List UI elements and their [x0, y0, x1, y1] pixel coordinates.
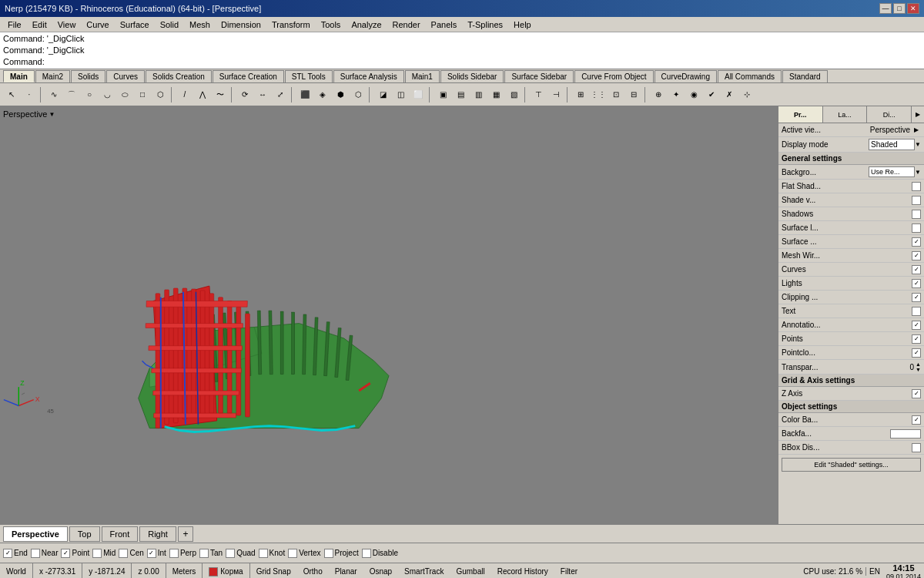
snap-vertex-checkbox[interactable] [288, 549, 297, 558]
view-tab-front[interactable]: Front [102, 526, 139, 542]
toolbar-tab-curve-from-object[interactable]: Curve From Object [574, 70, 653, 82]
menu-item-dimension[interactable]: Dimension [216, 18, 266, 31]
bbox-checkbox[interactable] [912, 443, 921, 452]
view-tool-5[interactable]: ✗ [721, 86, 738, 103]
smarttrack-button[interactable]: SmartTrack [398, 563, 450, 578]
menu-item-render[interactable]: Render [388, 18, 425, 31]
viewport-container[interactable]: Perspective ▼ [0, 106, 778, 524]
osnap-button[interactable]: Osnap [363, 563, 398, 578]
menu-item-help[interactable]: Help [509, 18, 536, 31]
snap-end-checkbox[interactable]: ✓ [3, 549, 12, 558]
snap-tool-1[interactable]: ⋮⋮ [590, 86, 607, 103]
freeform-tool[interactable]: 〜 [212, 86, 229, 103]
shade-vertex-checkbox[interactable] [912, 196, 921, 205]
mesh-tool-2[interactable]: ◈ [314, 86, 331, 103]
filter-button[interactable]: Filter [554, 563, 584, 578]
menu-item-analyze[interactable]: Analyze [346, 18, 386, 31]
toolbar-tab-curvedrawing[interactable]: CurveDrawing [654, 70, 717, 82]
background-dropdown[interactable]: Use Re... [869, 166, 915, 177]
rp-tab-properties[interactable]: Pr... [778, 106, 823, 123]
text-checkbox[interactable] [912, 307, 921, 316]
maximize-button[interactable]: □ [893, 3, 906, 14]
snap-project-checkbox[interactable] [324, 549, 333, 558]
surface-checkbox[interactable]: ✓ [912, 237, 921, 247]
viewport-label[interactable]: Perspective ▼ [3, 109, 55, 119]
transform-tool-2[interactable]: ↔ [254, 86, 271, 103]
transform-tool-3[interactable]: ⤢ [272, 86, 289, 103]
menu-item-transform[interactable]: Transform [267, 18, 315, 31]
annotations-checkbox[interactable]: ✓ [912, 321, 921, 330]
active-view-scroll[interactable]: ▶ [912, 126, 921, 133]
toolbar-tab-solids-creation[interactable]: Solids Creation [146, 70, 212, 82]
view-tab-top[interactable]: Top [69, 526, 100, 542]
ortho-button[interactable]: Ortho [297, 563, 329, 578]
record-history-button[interactable]: Record History [491, 563, 554, 578]
planar-button[interactable]: Planar [329, 563, 363, 578]
snap-mid-checkbox[interactable] [92, 549, 102, 558]
mesh-tool-4[interactable]: ⬡ [350, 86, 367, 103]
lights-checkbox[interactable]: ✓ [912, 279, 921, 288]
poly-tool[interactable]: ⬡ [152, 86, 169, 103]
toolbar-tab-surface-analysis[interactable]: Surface Analysis [333, 70, 404, 82]
view-tab-perspective[interactable]: Perspective [3, 526, 68, 542]
view-tool-3[interactable]: ◉ [685, 86, 702, 103]
toolbar-tab-stl-tools[interactable]: STL Tools [285, 70, 333, 82]
points-checkbox[interactable]: ✓ [912, 334, 921, 344]
menu-item-tools[interactable]: Tools [316, 18, 346, 31]
solid-tool-5[interactable]: ▧ [505, 86, 522, 103]
toolbar-tab-main2[interactable]: Main2 [35, 70, 70, 82]
clipping-checkbox[interactable]: ✓ [912, 293, 921, 302]
grid-tool[interactable]: ⊞ [572, 86, 589, 103]
minimize-button[interactable]: — [879, 3, 892, 14]
toolbar-tab-standard[interactable]: Standard [782, 70, 828, 82]
snap-tan-checkbox[interactable] [199, 549, 209, 558]
solid-tool-2[interactable]: ▤ [452, 86, 469, 103]
view-tool-4[interactable]: ✔ [703, 86, 720, 103]
backface-color[interactable] [890, 429, 921, 439]
curve-tool-2[interactable]: ⌒ [63, 86, 80, 103]
snap-tool-2[interactable]: ⊡ [608, 86, 624, 103]
rp-tab-layers[interactable]: La... [823, 106, 868, 123]
grid-snap-button[interactable]: Grid Snap [250, 563, 297, 578]
surface-isocurves-checkbox[interactable] [912, 223, 921, 233]
display-mode-dropdown[interactable]: Shaded [869, 139, 915, 150]
toolbar-tab-curves[interactable]: Curves [106, 70, 145, 82]
pointcloud-checkbox[interactable]: ✓ [912, 348, 921, 358]
dim-tool-1[interactable]: ⊤ [530, 86, 547, 103]
mesh-tool-1[interactable]: ⬛ [296, 86, 313, 103]
toolbar-tab-main1[interactable]: Main1 [405, 70, 440, 82]
arc-tool[interactable]: ◡ [99, 86, 116, 103]
toolbar-tab-all-commands[interactable]: All Commands [718, 70, 782, 82]
surface-tool-1[interactable]: ◪ [374, 86, 391, 103]
line-tool[interactable]: / [176, 86, 193, 103]
viewport-dropdown-icon[interactable]: ▼ [49, 111, 55, 118]
solid-tool-4[interactable]: ▦ [487, 86, 504, 103]
flat-shading-checkbox[interactable] [912, 182, 921, 191]
toolbar-tab-surface-creation[interactable]: Surface Creation [213, 70, 284, 82]
polyline-tool[interactable]: ⋀ [194, 86, 211, 103]
mesh-wires-checkbox[interactable]: ✓ [912, 251, 921, 260]
view-tool-2[interactable]: ✦ [668, 86, 685, 103]
mesh-tool-3[interactable]: ⬢ [332, 86, 349, 103]
snap-disable-checkbox[interactable] [362, 549, 371, 558]
view-tool-1[interactable]: ⊕ [650, 86, 667, 103]
circle-tool[interactable]: ○ [81, 86, 98, 103]
close-button[interactable]: ✕ [907, 3, 919, 14]
view-tab-right[interactable]: Right [139, 526, 176, 542]
edit-settings-button[interactable]: Edit "Shaded" settings... [782, 458, 921, 472]
select-tool[interactable]: ↖ [3, 86, 20, 103]
color-backfaces-checkbox[interactable]: ✓ [912, 415, 921, 425]
background-arrow[interactable]: ▼ [915, 169, 921, 176]
curves-checkbox[interactable]: ✓ [912, 265, 921, 274]
rp-scroll-right[interactable]: ▶ [912, 106, 924, 123]
menu-item-edit[interactable]: Edit [28, 18, 52, 31]
curve-tool-1[interactable]: ∿ [45, 86, 62, 103]
surface-tool-3[interactable]: ⬜ [410, 86, 427, 103]
snap-point-checkbox[interactable]: ✓ [61, 549, 70, 558]
menu-item-file[interactable]: File [3, 18, 26, 31]
menu-item-curve[interactable]: Curve [82, 18, 113, 31]
menu-item-view[interactable]: View [53, 18, 81, 31]
command-line-3[interactable]: Command: [3, 56, 921, 68]
toolbar-tab-solids[interactable]: Solids [71, 70, 105, 82]
menu-item-mesh[interactable]: Mesh [185, 18, 215, 31]
